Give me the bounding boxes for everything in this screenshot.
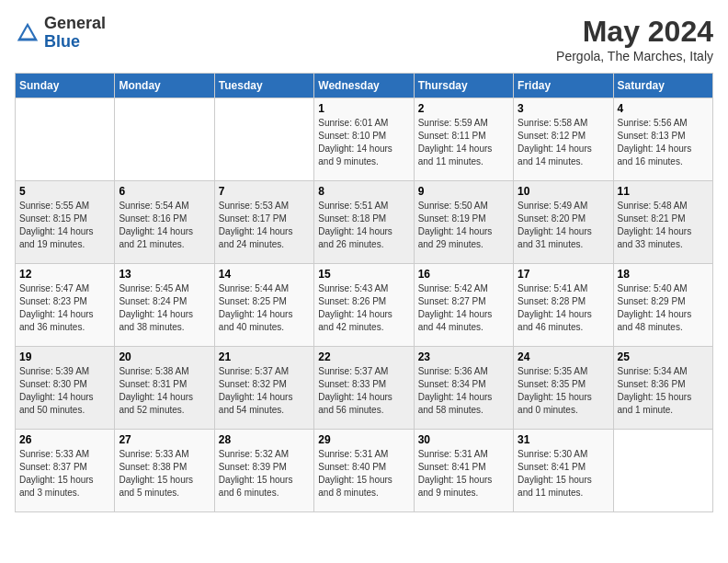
day-number: 5 [19,185,110,198]
day-cell: 31Sunrise: 5:30 AM Sunset: 8:41 PM Dayli… [514,430,613,512]
day-number: 3 [518,102,609,115]
logo-icon [15,20,40,46]
day-number: 31 [518,433,609,446]
day-cell: 7Sunrise: 5:53 AM Sunset: 8:17 PM Daylig… [214,181,313,264]
day-info: Sunrise: 5:34 AM Sunset: 8:36 PM Dayligh… [618,365,709,417]
day-cell: 15Sunrise: 5:43 AM Sunset: 8:26 PM Dayli… [314,264,414,347]
day-header-friday: Friday [514,74,613,98]
day-info: Sunrise: 5:56 AM Sunset: 8:13 PM Dayligh… [618,117,709,168]
day-info: Sunrise: 5:49 AM Sunset: 8:20 PM Dayligh… [518,200,609,251]
day-info: Sunrise: 5:51 AM Sunset: 8:18 PM Dayligh… [318,200,409,251]
day-cell: 20Sunrise: 5:38 AM Sunset: 8:31 PM Dayli… [115,347,214,430]
day-number: 22 [318,350,409,363]
day-number: 25 [618,350,709,363]
day-cell: 22Sunrise: 5:37 AM Sunset: 8:33 PM Dayli… [314,347,414,430]
day-info: Sunrise: 5:48 AM Sunset: 8:21 PM Dayligh… [618,200,709,251]
day-cell: 2Sunrise: 5:59 AM Sunset: 8:11 PM Daylig… [414,98,513,181]
day-cell: 16Sunrise: 5:42 AM Sunset: 8:27 PM Dayli… [414,264,513,347]
day-header-wednesday: Wednesday [314,74,414,98]
day-info: Sunrise: 5:54 AM Sunset: 8:16 PM Dayligh… [119,200,210,251]
day-number: 15 [318,268,409,281]
day-number: 7 [219,185,310,198]
day-number: 9 [418,185,509,198]
day-info: Sunrise: 5:38 AM Sunset: 8:31 PM Dayligh… [119,365,210,417]
day-number: 14 [219,268,310,281]
day-cell: 26Sunrise: 5:33 AM Sunset: 8:37 PM Dayli… [16,430,115,512]
logo: General Blue [15,15,106,52]
day-info: Sunrise: 5:47 AM Sunset: 8:23 PM Dayligh… [19,282,110,334]
day-number: 4 [618,102,709,115]
day-info: Sunrise: 5:59 AM Sunset: 8:11 PM Dayligh… [418,117,509,168]
day-info: Sunrise: 5:32 AM Sunset: 8:39 PM Dayligh… [219,448,310,500]
day-number: 10 [518,185,609,198]
day-cell: 11Sunrise: 5:48 AM Sunset: 8:21 PM Dayli… [613,181,712,264]
day-cell: 29Sunrise: 5:31 AM Sunset: 8:40 PM Dayli… [314,430,414,512]
day-cell: 5Sunrise: 5:55 AM Sunset: 8:15 PM Daylig… [16,181,115,264]
day-info: Sunrise: 5:33 AM Sunset: 8:37 PM Dayligh… [19,448,110,500]
day-cell: 18Sunrise: 5:40 AM Sunset: 8:29 PM Dayli… [613,264,712,347]
day-info: Sunrise: 5:31 AM Sunset: 8:41 PM Dayligh… [418,448,509,500]
day-number: 1 [318,102,409,115]
day-info: Sunrise: 5:40 AM Sunset: 8:29 PM Dayligh… [618,282,709,334]
month-title: May 2024 [556,15,713,49]
day-info: Sunrise: 5:53 AM Sunset: 8:17 PM Dayligh… [219,200,310,251]
title-block: May 2024 Pergola, The Marches, Italy [556,15,713,63]
day-cell: 21Sunrise: 5:37 AM Sunset: 8:32 PM Dayli… [214,347,313,430]
week-row-3: 19Sunrise: 5:39 AM Sunset: 8:30 PM Dayli… [16,347,713,430]
day-cell: 28Sunrise: 5:32 AM Sunset: 8:39 PM Dayli… [214,430,313,512]
day-info: Sunrise: 5:44 AM Sunset: 8:25 PM Dayligh… [219,282,310,334]
day-info: Sunrise: 5:58 AM Sunset: 8:12 PM Dayligh… [518,117,609,168]
day-info: Sunrise: 6:01 AM Sunset: 8:10 PM Dayligh… [318,117,409,168]
day-number: 21 [219,350,310,363]
logo-blue: Blue [44,33,106,52]
day-info: Sunrise: 5:39 AM Sunset: 8:30 PM Dayligh… [19,365,110,417]
day-info: Sunrise: 5:45 AM Sunset: 8:24 PM Dayligh… [119,282,210,334]
day-number: 17 [518,268,609,281]
day-number: 16 [418,268,509,281]
week-row-1: 5Sunrise: 5:55 AM Sunset: 8:15 PM Daylig… [16,181,713,264]
day-number: 11 [618,185,709,198]
day-info: Sunrise: 5:37 AM Sunset: 8:33 PM Dayligh… [318,365,409,417]
week-row-4: 26Sunrise: 5:33 AM Sunset: 8:37 PM Dayli… [16,430,713,512]
day-number: 29 [318,433,409,446]
day-cell: 23Sunrise: 5:36 AM Sunset: 8:34 PM Dayli… [414,347,513,430]
day-number: 23 [418,350,509,363]
location: Pergola, The Marches, Italy [556,49,713,63]
day-number: 26 [19,433,110,446]
week-row-0: 1Sunrise: 6:01 AM Sunset: 8:10 PM Daylig… [16,98,713,181]
day-cell: 24Sunrise: 5:35 AM Sunset: 8:35 PM Dayli… [514,347,613,430]
day-cell: 8Sunrise: 5:51 AM Sunset: 8:18 PM Daylig… [314,181,414,264]
day-cell: 6Sunrise: 5:54 AM Sunset: 8:16 PM Daylig… [115,181,214,264]
day-cell [16,98,115,181]
day-number: 27 [119,433,210,446]
day-number: 30 [418,433,509,446]
day-cell: 30Sunrise: 5:31 AM Sunset: 8:41 PM Dayli… [414,430,513,512]
day-info: Sunrise: 5:41 AM Sunset: 8:28 PM Dayligh… [518,282,609,334]
day-cell [214,98,313,181]
day-header-thursday: Thursday [414,74,513,98]
day-number: 24 [518,350,609,363]
day-number: 28 [219,433,310,446]
page-header: General Blue May 2024 Pergola, The March… [15,15,713,63]
day-info: Sunrise: 5:55 AM Sunset: 8:15 PM Dayligh… [19,200,110,251]
day-cell: 17Sunrise: 5:41 AM Sunset: 8:28 PM Dayli… [514,264,613,347]
day-info: Sunrise: 5:31 AM Sunset: 8:40 PM Dayligh… [318,448,409,500]
day-info: Sunrise: 5:30 AM Sunset: 8:41 PM Dayligh… [518,448,609,500]
day-cell [115,98,214,181]
day-cell: 27Sunrise: 5:33 AM Sunset: 8:38 PM Dayli… [115,430,214,512]
day-cell: 3Sunrise: 5:58 AM Sunset: 8:12 PM Daylig… [514,98,613,181]
day-cell: 4Sunrise: 5:56 AM Sunset: 8:13 PM Daylig… [613,98,712,181]
day-cell: 13Sunrise: 5:45 AM Sunset: 8:24 PM Dayli… [115,264,214,347]
day-number: 12 [19,268,110,281]
day-info: Sunrise: 5:37 AM Sunset: 8:32 PM Dayligh… [219,365,310,417]
day-cell: 10Sunrise: 5:49 AM Sunset: 8:20 PM Dayli… [514,181,613,264]
week-row-2: 12Sunrise: 5:47 AM Sunset: 8:23 PM Dayli… [16,264,713,347]
day-number: 18 [618,268,709,281]
day-header-monday: Monday [115,74,214,98]
logo-text: General Blue [44,15,106,52]
day-header-sunday: Sunday [16,74,115,98]
day-cell: 14Sunrise: 5:44 AM Sunset: 8:25 PM Dayli… [214,264,313,347]
day-info: Sunrise: 5:42 AM Sunset: 8:27 PM Dayligh… [418,282,509,334]
day-cell: 25Sunrise: 5:34 AM Sunset: 8:36 PM Dayli… [613,347,712,430]
day-number: 13 [119,268,210,281]
